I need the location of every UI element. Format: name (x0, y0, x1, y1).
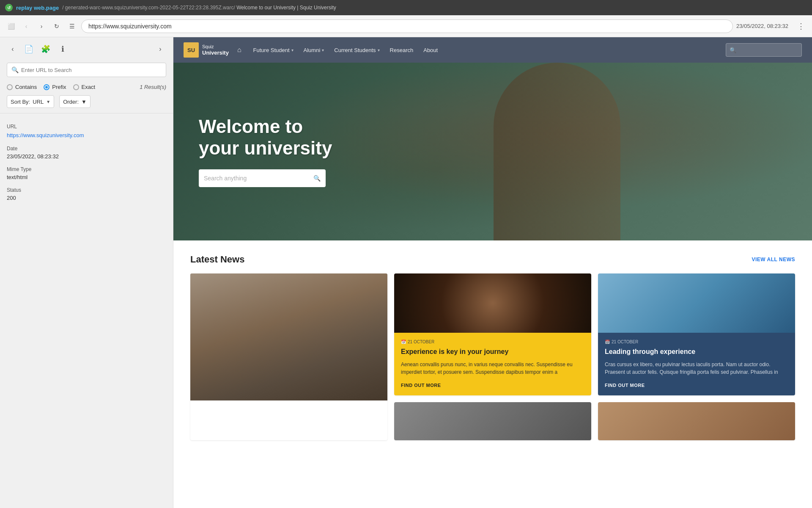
search-icon: 🔍 (11, 66, 19, 73)
news-card-1-headline: Experience is key in your journey (401, 348, 584, 356)
app-icon: ↺ (5, 4, 13, 11)
calendar-icon-2: 📅 (605, 340, 610, 344)
nav-current-students[interactable]: Current Students ▾ (329, 37, 384, 63)
nav-search-icon: 🔍 (730, 47, 736, 53)
nav-search-bar[interactable]: 🔍 (726, 43, 802, 57)
news-card-4-image (598, 402, 795, 440)
news-grid: 📅 21 OCTOBER Experience is key in your j… (190, 273, 795, 440)
current-students-caret-icon: ▾ (378, 48, 380, 52)
result-count: 1 Result(s) (140, 84, 166, 90)
puzzle-icon-button[interactable]: 🧩 (39, 42, 52, 56)
url-label: URL (7, 124, 166, 130)
exact-radio[interactable] (73, 84, 79, 90)
logo-badge: SU (184, 42, 199, 58)
address-bar[interactable]: https://www.squizuniversity.com (81, 19, 733, 33)
panel-toolbar: ‹ 📄 🧩 ℹ › (0, 37, 173, 61)
news-section-title: Latest News (190, 254, 752, 265)
url-info: URL https://www.squizuniversity.com Date… (0, 119, 173, 213)
sort-chevron-icon: ▼ (46, 99, 50, 104)
forward-button[interactable]: › (36, 20, 47, 32)
contains-radio[interactable] (7, 84, 13, 90)
browser-title-bar: ↺ replay web.page / generated-warc-www.s… (0, 0, 812, 15)
hero-search-input[interactable] (204, 175, 310, 182)
hero-search-bar[interactable]: 🔍 (199, 169, 326, 187)
calendar-icon: 📅 (401, 340, 406, 344)
sort-by-value: URL (33, 99, 44, 105)
browser-menu-button[interactable]: ⋮ (795, 20, 807, 32)
news-card-2: 📅 21 OCTOBER Leading through experience … (598, 273, 795, 395)
logo-text: Squiz University (202, 44, 229, 56)
nav-about[interactable]: About (418, 37, 443, 63)
monitor-button[interactable]: ⬜ (5, 20, 17, 32)
news-card-large-image (190, 273, 387, 400)
news-card-2-link[interactable]: FIND OUT MORE (605, 383, 645, 388)
sort-by-select[interactable]: Sort By: URL ▼ (7, 95, 54, 108)
reload-button[interactable]: ↻ (51, 20, 63, 32)
view-all-news-link[interactable]: VIEW ALL NEWS (752, 257, 796, 262)
hero-arch (494, 63, 620, 240)
panel-back-button[interactable]: ‹ (7, 43, 19, 55)
url-link[interactable]: https://www.squizuniversity.com (7, 132, 84, 138)
website-panel: SU Squiz University ⌂ Future Student ▾ A… (173, 37, 812, 508)
sort-row: Sort By: URL ▼ Order: ▼ (0, 95, 173, 113)
news-card-2-image (598, 273, 795, 333)
news-card-1-body: Aenean convallis purus nunc, in varius n… (401, 361, 584, 376)
left-panel: ‹ 📄 🧩 ℹ › 🔍 Contains Prefix Exact (0, 37, 173, 508)
timestamp: 23/05/2022, 08:23:32 (736, 23, 788, 29)
home-icon[interactable]: ⌂ (237, 46, 241, 54)
filter-contains-option[interactable]: Contains (7, 84, 37, 90)
divider (0, 113, 173, 113)
filter-prefix-option[interactable]: Prefix (44, 84, 66, 90)
status-label: Status (7, 187, 166, 193)
order-select[interactable]: Order: ▼ (59, 95, 91, 108)
news-card-3-image (394, 402, 591, 440)
document-icon-button[interactable]: 📄 (22, 42, 36, 56)
nav-research[interactable]: Research (385, 37, 419, 63)
news-card-2-body: Cras cursus ex libero, eu pulvinar lectu… (605, 361, 788, 376)
reader-button[interactable]: ☰ (66, 20, 78, 32)
news-card-1-link[interactable]: FIND OUT MORE (401, 383, 441, 388)
news-header: Latest News VIEW ALL NEWS (190, 254, 795, 265)
sort-by-label: Sort By: (11, 99, 30, 105)
news-card-1-content: 📅 21 OCTOBER Experience is key in your j… (394, 333, 591, 395)
nav-alumni[interactable]: Alumni ▾ (299, 37, 329, 63)
news-card-1-image (394, 273, 591, 333)
date-section: Date 23/05/2022, 08:23:32 (7, 146, 166, 160)
filter-row: Contains Prefix Exact 1 Result(s) (0, 82, 173, 95)
url-section: URL https://www.squizuniversity.com (7, 124, 166, 139)
future-student-caret-icon: ▾ (291, 48, 294, 52)
mime-section: Mime Type text/html (7, 166, 166, 180)
site-nav: SU Squiz University ⌂ Future Student ▾ A… (173, 37, 812, 63)
prefix-radio[interactable] (44, 84, 49, 90)
mime-value: text/html (7, 174, 166, 180)
news-card-1-date: 📅 21 OCTOBER (401, 340, 584, 344)
news-card-3 (394, 402, 591, 440)
news-card-2-date: 📅 21 OCTOBER (605, 340, 788, 344)
date-value: 23/05/2022, 08:23:32 (7, 153, 166, 160)
nav-search-input[interactable] (739, 47, 810, 53)
nav-future-student[interactable]: Future Student ▾ (248, 37, 299, 63)
status-value: 200 (7, 195, 166, 201)
title-path: / generated-warc-www.squizuniversity.com… (62, 5, 336, 11)
url-search-input[interactable] (21, 67, 162, 73)
news-card-large (190, 273, 387, 440)
order-label: Order: (63, 99, 79, 105)
date-label: Date (7, 146, 166, 152)
back-button[interactable]: ‹ (20, 20, 32, 32)
app-name: replay web.page (16, 5, 59, 11)
panel-search-bar[interactable]: 🔍 (7, 63, 166, 77)
hero-content: Welcome to your university 🔍 (173, 116, 357, 187)
mime-label: Mime Type (7, 166, 166, 172)
alumni-caret-icon: ▾ (322, 48, 324, 52)
hero-search-icon[interactable]: 🔍 (313, 175, 321, 182)
news-section: Latest News VIEW ALL NEWS (173, 240, 812, 454)
info-icon-button[interactable]: ℹ (56, 42, 69, 56)
news-card-1: 📅 21 OCTOBER Experience is key in your j… (394, 273, 591, 395)
hero-title: Welcome to your university (199, 116, 332, 159)
news-card-2-headline: Leading through experience (605, 348, 788, 356)
filter-exact-option[interactable]: Exact (73, 84, 96, 90)
news-card-2-content: 📅 21 OCTOBER Leading through experience … (598, 333, 795, 395)
panel-forward-button[interactable]: › (154, 43, 166, 55)
status-section: Status 200 (7, 187, 166, 201)
site-logo: SU Squiz University (184, 42, 229, 58)
